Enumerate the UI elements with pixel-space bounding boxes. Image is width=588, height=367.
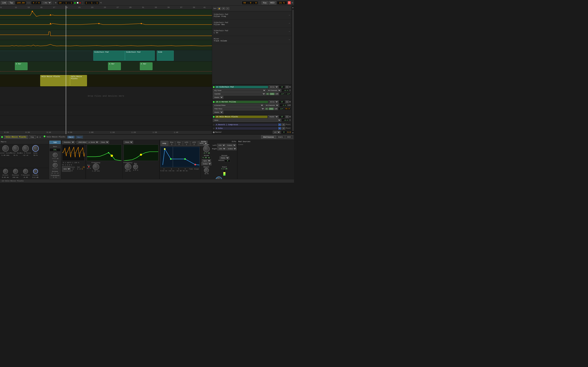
track16-chain[interactable]: None	[213, 119, 281, 122]
play-button[interactable]: ▶	[75, 1, 76, 4]
link-button[interactable]: Link	[1, 1, 7, 4]
position-display[interactable]: 19 . 1 . 1	[57, 1, 74, 5]
clip-hornet-3[interactable]: A Hor	[140, 62, 153, 70]
feedback-knob[interactable]	[216, 176, 222, 179]
track14-auto-button[interactable]: Auto	[270, 92, 275, 95]
set-edit-button[interactable]: ✏	[222, 7, 225, 10]
envelope-item-3[interactable]: Sidechain Pad L On −	[212, 28, 292, 36]
filter-cutoff-knob[interactable]	[2, 145, 9, 152]
mod-sources-tab[interactable]: Mod Sources	[261, 135, 276, 139]
dist-type-select[interactable]: Distortion	[62, 141, 75, 144]
track15-chain[interactable]: A Hornet Pillow	[213, 104, 264, 107]
filter2-freq-knob[interactable]	[125, 164, 131, 170]
bar-select[interactable]: 1 Bar	[42, 1, 52, 4]
matrix-tab[interactable]: Matrix	[276, 135, 285, 139]
automation-row-filter-freq[interactable]	[0, 9, 212, 20]
envelope-item-1[interactable]: Sidechain Pad Filter Freq −	[212, 11, 292, 20]
scroll-thumb[interactable]	[292, 9, 294, 131]
osc2-pitch-knob[interactable]	[22, 145, 29, 152]
automation-row-l-on[interactable]	[0, 30, 212, 40]
track15-routing[interactable]: All Ins	[269, 100, 278, 103]
semi-select[interactable]: Semi	[62, 166, 71, 172]
transient-knob[interactable]	[23, 169, 28, 174]
envelope-item-4[interactable]: Mixer Track Volume −	[212, 36, 292, 44]
release-knob[interactable]	[13, 169, 18, 174]
menu-icon[interactable]: ≡	[292, 1, 293, 4]
return-a-post[interactable]: Post	[286, 124, 291, 126]
track14-in-button[interactable]: In	[266, 92, 269, 95]
scrollbar-right[interactable]: ▲ ▼	[292, 6, 294, 134]
master-routing[interactable]: 1/2	[273, 131, 281, 134]
sidechain-pad-clips-row[interactable]: Sidechain Pad Sidechain Pad Side	[0, 50, 212, 61]
drop-zone[interactable]: Drop Files and Devices Here	[0, 87, 212, 105]
right-rate[interactable]: 1/64	[217, 147, 226, 150]
map-button[interactable]: Map	[29, 135, 35, 139]
track15-s-button[interactable]: S	[285, 100, 289, 103]
track15-device[interactable]: Filter Reso	[213, 107, 265, 110]
return-b-button[interactable]: B	[278, 127, 281, 130]
track15-master[interactable]: Master	[213, 111, 223, 114]
echo-macro-knob[interactable]	[32, 145, 39, 152]
arrangement-area[interactable]: 9 11 13 15 17 19 21 23 25 27 29 31 33 35…	[0, 6, 212, 134]
return-b-s-button[interactable]: S	[282, 127, 285, 130]
velo-rezzo-row[interactable]: Velo-Rezzo Plucks Velo-Rezzo Plucks	[0, 75, 212, 87]
track15-in-button[interactable]: In	[265, 108, 268, 110]
filter-reso-knob[interactable]	[12, 145, 19, 152]
scroll-down-icon[interactable]: ▼	[292, 132, 293, 134]
track15-channels[interactable]: All Channels	[264, 104, 279, 107]
volume-knob[interactable]	[33, 169, 38, 174]
add-icon[interactable]: ⊕	[55, 1, 56, 4]
clip-velo-2[interactable]: Velo-Rezzo Plucks	[70, 75, 87, 86]
midi-button[interactable]: MIDI	[269, 1, 276, 4]
key-button[interactable]: Key	[261, 1, 268, 4]
record-button[interactable]: ●	[79, 1, 81, 4]
track14-device[interactable]: EQ Three	[213, 89, 266, 92]
track15-name[interactable]: 15 A Hornet Pillow	[215, 101, 268, 103]
return-a-name[interactable]: A Reverb | Compresso	[215, 124, 277, 126]
clip-sidechain-3[interactable]: Side	[157, 50, 174, 61]
track14-s-button[interactable]: S	[285, 86, 289, 88]
automation-row-filter-res[interactable]	[0, 20, 212, 30]
loop-display[interactable]: 1 . 1 . 1	[84, 1, 99, 5]
device-power-led[interactable]	[1, 136, 3, 138]
track16-s-button[interactable]: S	[285, 115, 289, 118]
track15-off-button[interactable]: Off	[274, 108, 278, 110]
set-lock-button[interactable]: 🔒	[217, 7, 221, 10]
left-rate[interactable]: 1/64	[217, 144, 226, 147]
glide-dotted[interactable]: Dotted	[201, 162, 212, 165]
filter2-type[interactable]: Clean	[123, 141, 133, 144]
amount-knob[interactable]	[204, 168, 209, 173]
midi-tab[interactable]: MIDI	[285, 135, 293, 139]
track14-device2[interactable]: GainMid	[213, 92, 266, 95]
automation-row-volume[interactable]	[0, 40, 212, 50]
right-type[interactable]: Dotted	[226, 147, 237, 150]
return-a-s-button[interactable]: S	[282, 123, 285, 126]
track14-channels[interactable]: All Channels	[267, 89, 281, 92]
unison-type[interactable]: Noise	[220, 156, 229, 159]
filter1-type[interactable]: Clean	[99, 141, 109, 144]
clip-hornet-2[interactable]: A Hor	[108, 62, 121, 70]
echo-vol-knob[interactable]	[203, 146, 210, 152]
envelope-item-2[interactable]: Sidechain Pad Filter Res −	[212, 20, 292, 28]
sample-rate-display[interactable]: 48 . 0 . 0	[242, 1, 258, 5]
bpm-display[interactable]: 100.00	[15, 1, 26, 5]
track16-name[interactable]: 16 Velo-Rezzo Plucks	[215, 116, 268, 118]
track14-off-button[interactable]: Off	[275, 92, 279, 95]
filter1-freq-knob[interactable]	[93, 164, 99, 170]
left-type[interactable]: Dotted	[226, 144, 236, 147]
clip-sidechain-2[interactable]: Sidechain Pad	[125, 50, 155, 61]
clip-hornet-1[interactable]: A Hor	[15, 62, 27, 70]
filter2-res-knob[interactable]	[133, 164, 138, 169]
lfo1-tab[interactable]: LFO 1	[183, 141, 190, 146]
track16-routing[interactable]: Master	[268, 115, 278, 118]
hornet-pillow-row[interactable]: A Hor A Hor A Hor	[0, 61, 212, 75]
track14-master[interactable]: Master	[213, 96, 223, 99]
track14-routing[interactable]: All Ins	[269, 85, 278, 89]
clip-velo-1[interactable]: Velo-Rezzo Plucks	[40, 75, 70, 86]
lfo2-tab[interactable]: LFO 2	[190, 141, 198, 146]
osc2-button[interactable]: Osc 2	[76, 136, 83, 138]
sub-button[interactable]: Sub	[49, 141, 61, 144]
envelope-minus-2[interactable]: −	[289, 22, 290, 25]
track14-name[interactable]: 14 Sidechain Pad	[215, 86, 268, 88]
filter1-serial[interactable]: -o- Serial	[87, 141, 99, 144]
